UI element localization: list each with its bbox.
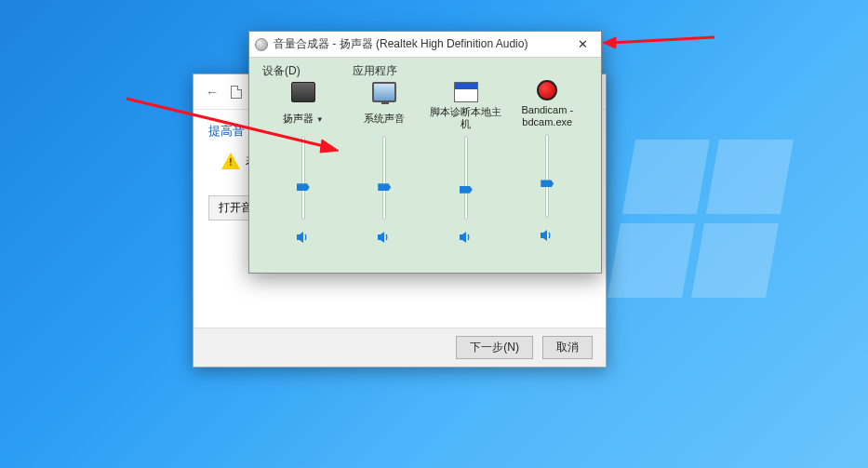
warning-icon: ! xyxy=(221,153,240,169)
app-label[interactable]: Bandicam - bdcam.exe xyxy=(521,104,573,128)
next-button[interactable]: 下一步(N) xyxy=(456,336,533,359)
system-sounds-icon[interactable] xyxy=(372,82,396,102)
volume-slider-system-sounds[interactable] xyxy=(382,136,386,220)
back-button[interactable]: ← xyxy=(203,83,221,101)
mixer-col-bandicam: Bandicam - bdcam.exe xyxy=(511,80,583,269)
mute-button-speakers[interactable] xyxy=(294,229,313,246)
slider-thumb xyxy=(297,183,310,191)
svg-marker-1 xyxy=(603,37,616,48)
app-label[interactable]: 脚本诊断本地主机 xyxy=(430,106,502,130)
close-button[interactable]: ✕ xyxy=(564,32,601,57)
mixer-columns: 扬声器▼ 系统声音 xyxy=(262,80,588,269)
document-icon xyxy=(231,86,242,99)
volume-slider-speakers[interactable] xyxy=(301,136,305,220)
slider-thumb xyxy=(541,180,554,187)
titlebar[interactable]: 音量合成器 - 扬声器 (Realtek High Definition Aud… xyxy=(249,32,601,58)
mixer-icon xyxy=(255,38,268,51)
windows-logo xyxy=(608,140,794,298)
volume-slider-bandicam[interactable] xyxy=(545,134,549,218)
wizard-footer: 下一步(N) 取消 xyxy=(194,328,606,367)
mixer-col-speakers: 扬声器▼ xyxy=(267,80,340,269)
annotation-arrow-1 xyxy=(603,32,724,54)
device-label[interactable]: 扬声器▼ xyxy=(283,106,324,130)
mixer-col-system-sounds: 系统声音 xyxy=(348,80,421,269)
mute-button-script-host[interactable] xyxy=(457,229,475,246)
chevron-down-icon[interactable]: ▼ xyxy=(316,115,324,124)
mixer-col-script-host: 脚本诊断本地主机 xyxy=(430,80,502,269)
section-apps-label: 应用程序 xyxy=(353,63,397,79)
slider-thumb xyxy=(460,186,473,194)
speaker-icon[interactable] xyxy=(291,82,315,102)
svg-line-0 xyxy=(610,37,714,43)
window-title: 音量合成器 - 扬声器 (Realtek High Definition Aud… xyxy=(274,36,564,52)
slider-thumb xyxy=(378,183,391,191)
bandicam-icon[interactable] xyxy=(537,80,557,100)
cancel-button[interactable]: 取消 xyxy=(542,336,593,359)
volume-mixer-window: 音量合成器 - 扬声器 (Realtek High Definition Aud… xyxy=(248,31,602,274)
script-host-icon[interactable] xyxy=(454,82,478,102)
app-label[interactable]: 系统声音 xyxy=(364,106,405,130)
section-device-label: 设备(D) xyxy=(262,63,300,79)
volume-slider-script-host[interactable] xyxy=(464,136,468,220)
mute-button-bandicam[interactable] xyxy=(538,227,556,244)
mute-button-system-sounds[interactable] xyxy=(375,229,394,246)
